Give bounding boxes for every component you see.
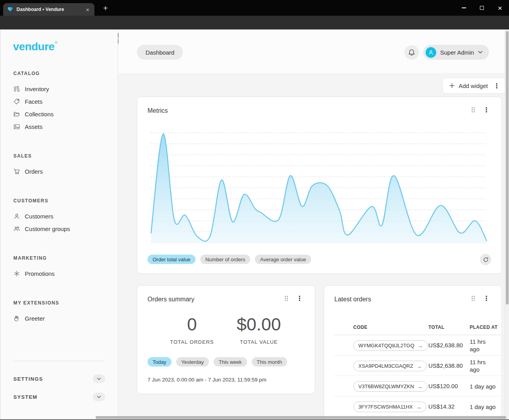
browser-toolbar: ! localhost:3000/admin/ — [0, 16, 509, 29]
sidebar-item-label: Customer groups — [25, 226, 70, 232]
browser-window: Dashboard • Vendure × + × ! localhost:30… — [0, 0, 509, 420]
close-window-button[interactable]: × — [491, 0, 509, 16]
vendure-favicon-icon — [7, 6, 13, 13]
range-tab-today[interactable]: Today — [148, 357, 172, 367]
orders-summary-widget: Orders summary ⋮ 0 TOTAL ORDERS $0.00 TO… — [137, 285, 315, 394]
latest-orders-rows: WYMGK4TQQ8JL2TGQ → US$2,638.80 11 hrsago… — [334, 335, 502, 417]
tag-icon — [13, 98, 20, 105]
vertical-scrollbar[interactable] — [505, 29, 509, 416]
range-tab-this-week[interactable]: This week — [214, 357, 247, 367]
maximize-button[interactable] — [473, 0, 491, 16]
metric-tab-average-order-value[interactable]: Average order value — [255, 255, 311, 264]
order-code: V3T6BW8ZQLWMYZKN — [358, 383, 414, 389]
drag-handle-icon[interactable] — [285, 296, 288, 301]
users-icon — [13, 226, 20, 232]
new-tab-button[interactable]: + — [101, 4, 110, 13]
order-code: 3FY7FSCWSHMA11HX — [358, 404, 413, 410]
range-tab-this-month[interactable]: This month — [252, 357, 287, 367]
order-code-link[interactable]: XSA9PD4LM3CGAQRZ → — [353, 361, 427, 371]
sidebar-nav: CATALOG Inventory Facets Collections Ass… — [0, 71, 118, 345]
nav-section-heading: SALES — [0, 153, 118, 160]
refresh-button[interactable] — [480, 254, 491, 265]
divider — [13, 361, 105, 361]
browser-tab[interactable]: Dashboard • Vendure × — [3, 3, 94, 16]
user-icon — [13, 213, 20, 220]
arrow-right-icon: → — [417, 343, 423, 349]
widget-menu-icon[interactable]: ⋮ — [481, 295, 491, 302]
horizontal-scrollbar-thumb[interactable] — [96, 416, 506, 419]
order-total: US$120.00 — [428, 376, 458, 396]
order-row: XSA9PD4LM3CGAQRZ → US$2,638.80 11 hrsago — [334, 356, 502, 376]
widget-title: Orders summary — [148, 296, 194, 303]
sidebar-item-greeter[interactable]: Greeter — [0, 312, 118, 325]
close-icon: × — [498, 4, 502, 12]
sidebar-group-system[interactable]: SYSTEM — [0, 388, 118, 406]
notifications-button[interactable] — [404, 45, 419, 60]
nav-section-my-extensions: MY EXTENSIONS Greeter — [0, 300, 118, 325]
asterisk-icon — [13, 270, 20, 277]
metrics-widget: Metrics ⋮ Order total valueNumber of ord… — [137, 97, 502, 274]
order-code-link[interactable]: V3T6BW8ZQLWMYZKN → — [353, 381, 428, 392]
scrollbar-thumb[interactable] — [506, 31, 509, 304]
sidebar-item-customer-groups[interactable]: Customer groups — [0, 222, 118, 235]
order-code: WYMGK4TQQ8JL2TGQ — [358, 343, 414, 348]
sidebar-item-label: Customers — [25, 213, 53, 220]
add-widget-button[interactable]: Add widget ⋮ — [443, 78, 506, 94]
column-header: TOTAL — [428, 325, 444, 330]
user-name: Super Admin — [440, 49, 474, 56]
sidebar-item-label: Greeter — [25, 315, 45, 322]
order-placed-at: 11 hrsago — [470, 335, 486, 356]
nav-section-heading: MY EXTENSIONS — [0, 300, 118, 307]
date-range-text: 7 Jun 2023, 0:00:00 am - 7 Jun 2023, 11:… — [148, 377, 266, 383]
drag-handle-icon[interactable] — [472, 296, 475, 301]
expand-button[interactable] — [93, 374, 105, 383]
minimize-button[interactable] — [455, 0, 473, 16]
add-widget-menu-icon[interactable]: ⋮ — [492, 83, 502, 89]
sidebar-item-orders[interactable]: Orders — [0, 165, 118, 178]
sidebar-item-customers[interactable]: Customers — [0, 210, 118, 222]
widget-menu-icon[interactable]: ⋮ — [295, 295, 304, 302]
order-code-link[interactable]: WYMGK4TQQ8JL2TGQ → — [353, 340, 428, 351]
order-total: US$2,638.80 — [428, 335, 463, 356]
column-header: PLACED AT — [470, 325, 498, 330]
widget-title: Latest orders — [334, 296, 371, 303]
nav-section-sales: SALES Orders — [0, 153, 118, 178]
tab-title: Dashboard • Vendure — [17, 7, 81, 12]
widget-menu-icon[interactable]: ⋮ — [481, 106, 491, 113]
stat-label: TOTAL VALUE — [225, 339, 292, 345]
tab-close-icon[interactable]: × — [85, 6, 90, 13]
order-row: V3T6BW8ZQLWMYZKN → US$120.00 1 day ago — [334, 376, 502, 396]
metric-tab-number-of-orders[interactable]: Number of orders — [200, 255, 250, 264]
order-placed-at: 11 hrsago — [470, 356, 486, 376]
order-total: US$2,638.80 — [428, 356, 463, 376]
nav-section-customers: CUSTOMERS Customers Customer groups — [0, 198, 118, 235]
range-tab-yesterday[interactable]: Yesterday — [176, 357, 209, 367]
sidebar-item-collections[interactable]: Collections — [0, 108, 118, 120]
sidebar-item-label: Collections — [25, 111, 53, 117]
drag-handle-icon[interactable] — [472, 107, 475, 113]
sidebar-item-facets[interactable]: Facets — [0, 95, 118, 108]
summary-ranges: TodayYesterdayThis weekThis month — [148, 357, 287, 367]
sidebar-item-promotions[interactable]: Promotions — [0, 267, 118, 280]
order-code-link[interactable]: 3FY7FSCWSHMA11HX → — [353, 402, 426, 412]
sidebar-group-settings[interactable]: SETTINGS — [0, 370, 118, 388]
sidebar: vendure CATALOG Inventory Facets Collect… — [0, 29, 118, 420]
hand-icon — [13, 315, 20, 322]
expand-button[interactable] — [93, 392, 105, 401]
sidebar-item-inventory[interactable]: Inventory — [0, 83, 118, 95]
metric-tab-order-total-value[interactable]: Order total value — [148, 255, 195, 264]
stat-value: 0 — [159, 315, 225, 333]
breadcrumb[interactable]: Dashboard — [137, 45, 183, 60]
sidebar-footer: SETTINGS SYSTEM — [0, 356, 118, 406]
metrics-legend: Order total valueNumber of ordersAverage… — [148, 255, 311, 264]
sidebar-item-assets[interactable]: Assets — [0, 120, 118, 133]
table-header: CODETOTALPLACED AT — [334, 319, 502, 335]
chevron-down-icon — [97, 396, 101, 398]
summary-stat: 0 TOTAL ORDERS — [159, 315, 225, 345]
sidebar-group-label: SYSTEM — [13, 394, 37, 400]
user-menu-button[interactable]: Super Admin — [423, 45, 489, 60]
arrow-right-icon: → — [416, 404, 421, 410]
stat-label: TOTAL ORDERS — [159, 339, 225, 345]
sidebar-group-label: SETTINGS — [13, 376, 43, 382]
vendure-logo[interactable]: vendure — [13, 40, 57, 53]
